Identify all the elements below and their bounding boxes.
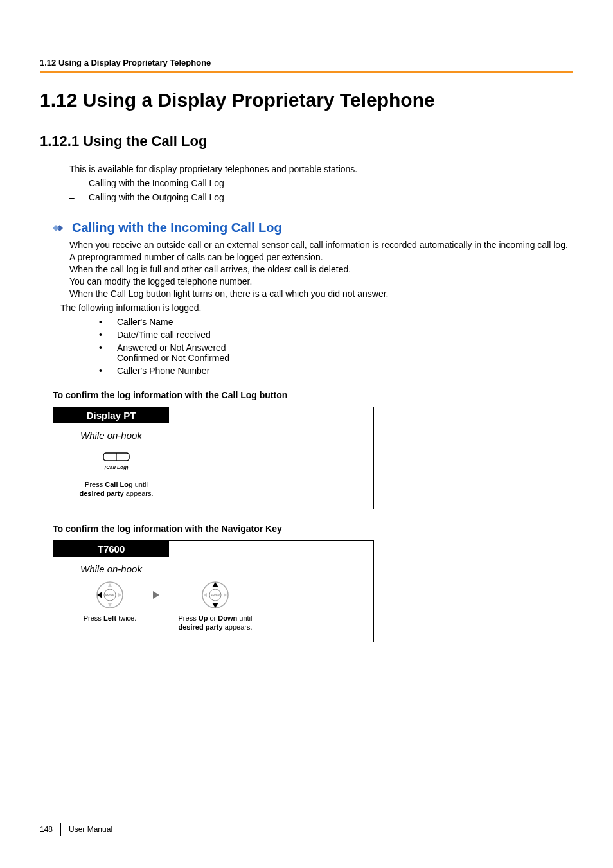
- following-line: The following information is logged.: [60, 302, 573, 314]
- subsection-heading: Calling with the Incoming Call Log: [72, 220, 282, 235]
- svg-marker-7: [108, 583, 112, 587]
- list-item: • Date/Time call received: [99, 330, 573, 340]
- list-item-text: Caller's Phone Number: [117, 366, 209, 376]
- list-item-line: Confirmed or Not Confirmed: [117, 353, 229, 363]
- svg-text:ENTER: ENTER: [211, 594, 220, 597]
- diagram-navigator-key: T7600 While on-hook ENTER Press Lef: [53, 540, 374, 643]
- section-heading-1-12: 1.12 Using a Display Proprietary Telepho…: [40, 89, 573, 111]
- dash-label: Calling with the Incoming Call Log: [89, 178, 224, 188]
- call-log-button-icon: (Call Log): [103, 447, 130, 475]
- page-footer: 148 User Manual: [40, 823, 112, 836]
- footer-divider: [60, 823, 61, 836]
- list-item-line: Answered or Not Answered: [117, 342, 226, 353]
- diagram-body: (Call Log) Press Call Log until desired …: [71, 447, 373, 499]
- info-bullet-list: • Caller's Name • Date/Time call receive…: [99, 317, 573, 376]
- procedure-heading: To confirm the log information with the …: [53, 390, 573, 400]
- body-line: You can modify the logged telephone numb…: [69, 276, 252, 287]
- list-item: • Caller's Phone Number: [99, 366, 573, 376]
- svg-marker-11: [153, 591, 159, 599]
- svg-marker-10: [97, 592, 102, 598]
- diagram-step: ENTER Press Up or Down until desired par…: [164, 581, 267, 632]
- call-log-button-label: (Call Log): [105, 465, 129, 470]
- subsection-heading-row: Calling with the Incoming Call Log: [53, 220, 573, 235]
- svg-marker-16: [212, 603, 218, 608]
- body-paragraph: When you receive an outside call or an e…: [69, 239, 573, 299]
- diamonds-icon: [53, 222, 67, 234]
- diagram-state: While on-hook: [80, 563, 373, 574]
- body-line: When the call log is full and other call…: [69, 264, 351, 274]
- running-header: 1.12 Using a Display Proprietary Telepho…: [40, 58, 573, 67]
- intro-text: This is available for display proprietar…: [69, 164, 573, 174]
- bullet-icon: •: [99, 330, 117, 340]
- svg-marker-18: [204, 593, 207, 597]
- svg-text:ENTER: ENTER: [105, 594, 114, 597]
- dash-item: – Calling with the Outgoing Call Log: [69, 192, 573, 202]
- dash-item: – Calling with the Incoming Call Log: [69, 178, 573, 188]
- arrow-right-icon: [148, 581, 164, 609]
- bullet-icon: •: [99, 366, 117, 376]
- svg-marker-9: [118, 593, 121, 597]
- svg-marker-15: [212, 582, 218, 587]
- step-caption: Press Up or Down until desired party app…: [179, 614, 253, 632]
- body-line: When you receive an outside call or an e…: [69, 240, 568, 262]
- navigator-up-down-icon: ENTER: [201, 581, 229, 609]
- list-item: • Answered or Not Answered Confirmed or …: [99, 342, 573, 363]
- dash-marker: –: [69, 192, 89, 202]
- list-item-text: Caller's Name: [117, 317, 173, 327]
- list-item-text: Date/Time call received: [117, 330, 211, 340]
- navigator-left-icon: ENTER: [96, 581, 124, 609]
- footer-label: User Manual: [69, 825, 112, 834]
- list-item: • Caller's Name: [99, 317, 573, 327]
- list-item-text: Answered or Not Answered Confirmed or No…: [117, 342, 229, 363]
- svg-marker-17: [224, 593, 227, 597]
- procedure-heading: To confirm the log information with the …: [53, 524, 573, 534]
- diagram-state: While on-hook: [80, 430, 373, 441]
- section-heading-1-12-1: 1.12.1 Using the Call Log: [40, 133, 573, 150]
- step-caption: Press Call Log until desired party appea…: [80, 481, 154, 499]
- step-caption: Press Left twice.: [84, 614, 137, 623]
- diagram-body: ENTER Press Left twice.: [71, 581, 373, 632]
- dash-marker: –: [69, 178, 89, 188]
- bullet-icon: •: [99, 342, 117, 353]
- page: 1.12 Using a Display Proprietary Telepho…: [0, 0, 613, 868]
- body-line: When the Call Log button light turns on,…: [69, 288, 389, 299]
- dash-label: Calling with the Outgoing Call Log: [89, 192, 224, 202]
- header-divider: [40, 71, 573, 73]
- bullet-icon: •: [99, 317, 117, 327]
- svg-marker-1: [53, 225, 59, 231]
- diagram-call-log-button: Display PT While on-hook (Call Log) Pres…: [53, 407, 374, 509]
- diagram-header: Display PT: [53, 407, 169, 423]
- subsection-incoming-call-log: Calling with the Incoming Call Log When …: [40, 220, 573, 376]
- page-number: 148: [40, 825, 53, 834]
- svg-marker-8: [108, 603, 112, 607]
- diagram-step: (Call Log) Press Call Log until desired …: [71, 447, 161, 499]
- diagram-header: T7600: [53, 541, 169, 557]
- dash-list: – Calling with the Incoming Call Log – C…: [69, 178, 573, 202]
- diagram-step: ENTER Press Left twice.: [71, 581, 148, 623]
